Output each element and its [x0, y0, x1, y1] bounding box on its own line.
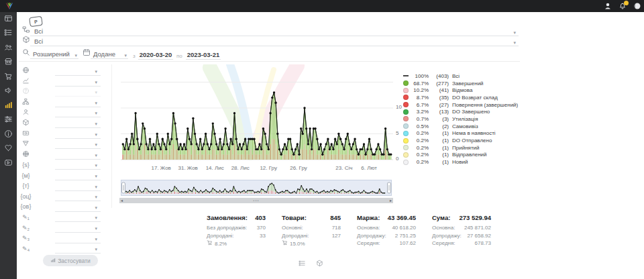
pencil-1-icon: ✎₁: [20, 214, 32, 221]
sidebar-item-heart[interactable]: [0, 142, 17, 157]
legend-count: (1): [431, 159, 449, 165]
sidebar-item-dashboard[interactable]: [0, 12, 17, 27]
search-mode-select[interactable]: Розширений ▾: [22, 49, 78, 59]
cart-icon: [282, 239, 288, 248]
legend-swatch: [403, 123, 409, 129]
chart-scrollbar[interactable]: ◂ ••• ▸: [119, 198, 393, 203]
legend-item[interactable]: 100%(403)Всі: [403, 72, 518, 80]
scroll-right-icon[interactable]: ▸: [388, 198, 393, 203]
left-filter-contact[interactable]: ▾: [20, 107, 104, 117]
stat-sub-value: 27 658.92: [467, 232, 491, 240]
legend-label: Новий: [452, 159, 468, 165]
calendar-icon: [83, 47, 91, 59]
chevron-down-icon: ▾: [74, 53, 77, 58]
chevron-down-icon: ▾: [95, 174, 97, 178]
apply-button[interactable]: Застосувати: [43, 255, 98, 266]
left-filter-pencil-1[interactable]: ✎₁▾: [20, 212, 104, 222]
megaphone-icon: [4, 85, 13, 97]
stat-sub-value: 245 871.02: [464, 224, 491, 232]
left-filter-pencil-2[interactable]: ✎₂▾: [20, 223, 104, 233]
stat-sub-value: 718: [332, 224, 341, 232]
legend-item[interactable]: 0.2%(1)Новий: [403, 158, 518, 166]
legend-count: (13): [431, 109, 449, 115]
sidebar-item-megaphone[interactable]: [0, 85, 17, 99]
stat-sub-label: Допродажу:: [357, 232, 386, 240]
legend-item[interactable]: 0.2%(1)Прийнятий: [403, 144, 518, 152]
filter-select-cube[interactable]: Всі▾: [22, 37, 519, 46]
left-filter-globe[interactable]: ▾: [20, 66, 104, 76]
notifications-icon[interactable]: [618, 2, 627, 11]
legend-item[interactable]: 10.2%(41)Відмова: [403, 87, 518, 94]
filter-select-flow[interactable]: Всі▾: [22, 27, 519, 36]
left-filter-brace-t[interactable]: {т}▾: [20, 181, 104, 191]
area-pen-icon: [20, 77, 32, 86]
scroll-left-icon[interactable]: ◂: [119, 198, 124, 203]
sidebar-item-users[interactable]: [0, 41, 17, 56]
legend-count: (1): [431, 145, 449, 151]
legend-count: (277): [431, 80, 449, 87]
chevron-down-icon: ▾: [95, 215, 97, 220]
left-filter-money[interactable]: ▾: [20, 129, 104, 139]
legend-percent: 0.2%: [411, 130, 429, 136]
stat-sub-value: 370: [257, 224, 266, 232]
legend-swatch: [403, 116, 409, 121]
legend-item[interactable]: 0.5%(2)Самовивіз: [403, 123, 518, 130]
stat-value: 403: [255, 214, 266, 221]
chart-navigator[interactable]: [121, 180, 392, 196]
legend-item[interactable]: 0.2%(1)Нема в наявності: [403, 130, 518, 137]
legend-item[interactable]: 8.7%(35)DO Возврат склад: [403, 94, 518, 101]
left-filter-cube[interactable]: ▾: [20, 118, 104, 128]
stat-sub-label: Середня:: [357, 239, 380, 247]
left-filter-brace-s[interactable]: {s}▾: [20, 160, 104, 170]
date-from-input[interactable]: 2020-03-20: [138, 51, 173, 60]
apply-button-label: Застосувати: [58, 258, 91, 264]
list-view-icon[interactable]: [299, 258, 306, 270]
x-axis-label: 23. Січ: [335, 165, 352, 171]
legend-item[interactable]: 0.7%(3)Утилізація: [403, 115, 518, 123]
sidebar-item-video[interactable]: [0, 156, 17, 171]
pencil-2-icon: ✎₂: [20, 225, 32, 231]
legend-percent: 3.2%: [411, 109, 429, 115]
search-icon: [22, 47, 30, 59]
left-filter-question[interactable]: ▾: [20, 87, 104, 97]
scroll-grip[interactable]: •••: [253, 198, 259, 203]
left-filter-hierarchy[interactable]: ▾: [20, 97, 104, 107]
sidebar-item-sliders[interactable]: [0, 113, 17, 128]
left-filter-pencil-4[interactable]: ✎₄▾: [20, 243, 104, 254]
left-filter-brace-m[interactable]: {м}▾: [20, 170, 104, 180]
sidebar-item-cart[interactable]: [0, 70, 17, 85]
left-filter-pencil-3[interactable]: ✎₃▾: [20, 233, 104, 243]
legend-item[interactable]: 0.2%(1)Відправлений: [403, 152, 518, 159]
chevron-down-icon: ▾: [95, 194, 97, 199]
chevron-down-icon: ▾: [95, 205, 97, 210]
chevron-down-icon: ▾: [95, 247, 97, 252]
left-filter-globe-grid[interactable]: ▾: [20, 150, 104, 160]
sidebar-item-store[interactable]: [0, 56, 17, 70]
legend-item[interactable]: 0.2%(1)DO Отправлено: [403, 137, 518, 144]
stat-title: Сума:: [432, 214, 450, 221]
sidebar-item-analytics[interactable]: [0, 99, 17, 113]
sidebar-item-orders[interactable]: [0, 27, 17, 42]
legend-item[interactable]: 68.7%(277)Завершений: [403, 80, 518, 87]
p-badge-icon[interactable]: P: [29, 16, 43, 27]
brace-s-icon: {s}: [20, 162, 32, 168]
user-icon[interactable]: [603, 2, 612, 11]
date-field-select[interactable]: Додане ▾: [83, 49, 128, 59]
notification-badge: [624, 1, 629, 5]
sliders-icon: [4, 114, 13, 126]
stat-title: Товари:: [282, 214, 307, 221]
left-filter-funnel[interactable]: ▾: [20, 139, 104, 149]
date-to-input[interactable]: 2023-03-21: [186, 51, 221, 60]
money-icon: [20, 129, 32, 138]
pencil-4-icon: ✎₄: [20, 245, 32, 252]
left-filter-brace-oc[interactable]: {оц}▾: [20, 191, 104, 201]
chevron-down-icon: ▾: [95, 163, 97, 168]
orders-chart[interactable]: [121, 66, 393, 166]
avatar-icon[interactable]: [633, 2, 641, 11]
left-filter-area-pen[interactable]: ▾: [20, 76, 104, 87]
cube-view-icon[interactable]: [316, 258, 323, 270]
sidebar-item-info[interactable]: [0, 127, 17, 142]
legend-item[interactable]: 6.7%(27)Повернення (завершений): [403, 101, 518, 109]
legend-item[interactable]: 3.2%(13)DO Завершено: [403, 108, 518, 115]
left-filter-brace-ov[interactable]: {ов}▾: [20, 202, 104, 212]
